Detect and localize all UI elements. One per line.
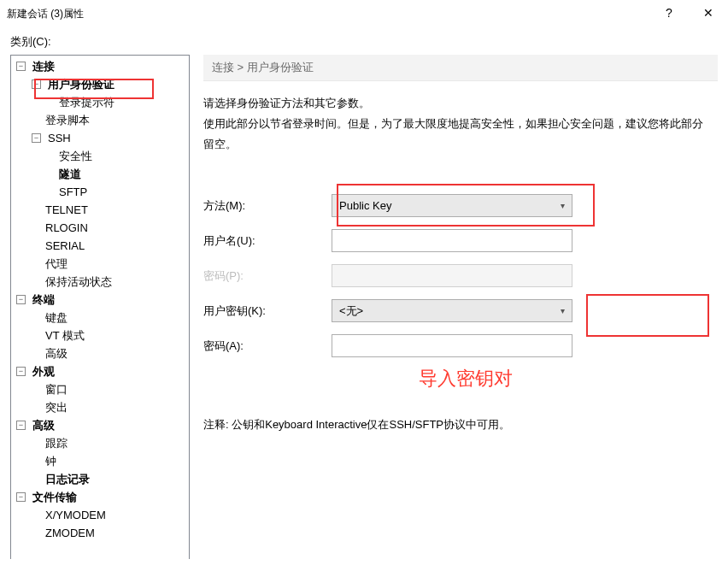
- category-tree: −连接 −用户身份验证 登录提示符 登录脚本 −SSH 安全性 隧道 SFTP …: [10, 55, 190, 559]
- close-button[interactable]: ✕: [689, 0, 728, 26]
- tree-item-terminal[interactable]: −终端: [13, 291, 189, 309]
- collapse-icon[interactable]: −: [32, 79, 41, 89]
- username-label: 用户名(U):: [203, 233, 332, 249]
- tree-item-zmodem[interactable]: ZMODEM: [13, 524, 189, 542]
- collapse-icon[interactable]: −: [16, 295, 26, 304]
- annotation-import-key: 导入密钥对: [419, 366, 513, 391]
- method-label: 方法(M):: [203, 198, 332, 214]
- help-button[interactable]: ?: [649, 0, 689, 26]
- tree-item-vt-mode[interactable]: VT 模式: [13, 327, 189, 344]
- password-label: 密码(P):: [203, 268, 332, 284]
- titlebar: 新建会话 (3)属性 ? ✕: [0, 0, 728, 27]
- tree-item-trace[interactable]: 跟踪: [13, 434, 189, 452]
- tree-item-keyboard[interactable]: 键盘: [13, 309, 189, 327]
- tree-item-logging[interactable]: 日志记录: [13, 470, 189, 488]
- tree-item-keep-alive[interactable]: 保持活动状态: [13, 273, 189, 291]
- breadcrumb: 连接 > 用户身份验证: [203, 55, 718, 81]
- method-select[interactable]: Public Key ▾: [332, 194, 572, 217]
- tree-item-proxy[interactable]: 代理: [13, 255, 189, 273]
- tree-item-advanced-terminal[interactable]: 高级: [13, 344, 189, 362]
- tree-item-tunnel[interactable]: 隧道: [13, 165, 189, 183]
- tree-item-rlogin[interactable]: RLOGIN: [13, 219, 189, 237]
- tree-item-login-script[interactable]: 登录脚本: [13, 111, 189, 129]
- tree-item-login-prompt[interactable]: 登录提示符: [13, 93, 189, 111]
- chevron-down-icon: ▾: [561, 306, 565, 315]
- method-value: Public Key: [339, 199, 391, 212]
- tree-item-sftp[interactable]: SFTP: [13, 183, 189, 201]
- userkey-label: 用户密钥(K):: [203, 303, 332, 319]
- window-title: 新建会话 (3)属性: [7, 7, 84, 21]
- desc-line1: 请选择身份验证方法和其它参数。: [203, 93, 711, 114]
- chevron-down-icon: ▾: [561, 201, 565, 210]
- tree-item-highlight[interactable]: 突出: [13, 398, 189, 416]
- tree-item-user-auth[interactable]: −用户身份验证: [13, 75, 189, 93]
- tree-item-advanced-appearance[interactable]: −高级: [13, 416, 189, 434]
- tree-item-file-transfer[interactable]: −文件传输: [13, 488, 189, 506]
- userkey-select[interactable]: <无> ▾: [332, 299, 572, 322]
- collapse-icon[interactable]: −: [16, 62, 26, 71]
- passphrase-label: 密码(A):: [203, 338, 332, 354]
- collapse-icon[interactable]: −: [32, 133, 41, 143]
- tree-item-window[interactable]: 窗口: [13, 380, 189, 398]
- username-input[interactable]: [332, 229, 572, 252]
- collapse-icon[interactable]: −: [16, 492, 26, 502]
- footer-note: 注释: 公钥和Keyboard Interactive仅在SSH/SFTP协议中…: [203, 417, 718, 433]
- tree-item-xymodem[interactable]: X/YMODEM: [13, 506, 189, 524]
- description: 请选择身份验证方法和其它参数。 使用此部分以节省登录时间。但是，为了最大限度地提…: [203, 93, 718, 155]
- passphrase-input[interactable]: [332, 334, 572, 357]
- category-label: 类别(C):: [10, 34, 718, 50]
- tree-item-connection[interactable]: −连接: [13, 57, 189, 75]
- collapse-icon[interactable]: −: [16, 421, 26, 430]
- password-input: [332, 264, 572, 287]
- tree-item-serial[interactable]: SERIAL: [13, 237, 189, 255]
- tree-item-bell[interactable]: 钟: [13, 452, 189, 470]
- tree-item-telnet[interactable]: TELNET: [13, 201, 189, 219]
- userkey-value: <无>: [339, 303, 363, 319]
- tree-item-appearance[interactable]: −外观: [13, 362, 189, 380]
- tree-item-security[interactable]: 安全性: [13, 147, 189, 165]
- tree-item-ssh[interactable]: −SSH: [13, 129, 189, 147]
- desc-line2: 使用此部分以节省登录时间。但是，为了最大限度地提高安全性，如果担心安全问题，建议…: [203, 114, 711, 155]
- collapse-icon[interactable]: −: [16, 367, 26, 376]
- settings-panel: 连接 > 用户身份验证 请选择身份验证方法和其它参数。 使用此部分以节省登录时间…: [190, 55, 718, 559]
